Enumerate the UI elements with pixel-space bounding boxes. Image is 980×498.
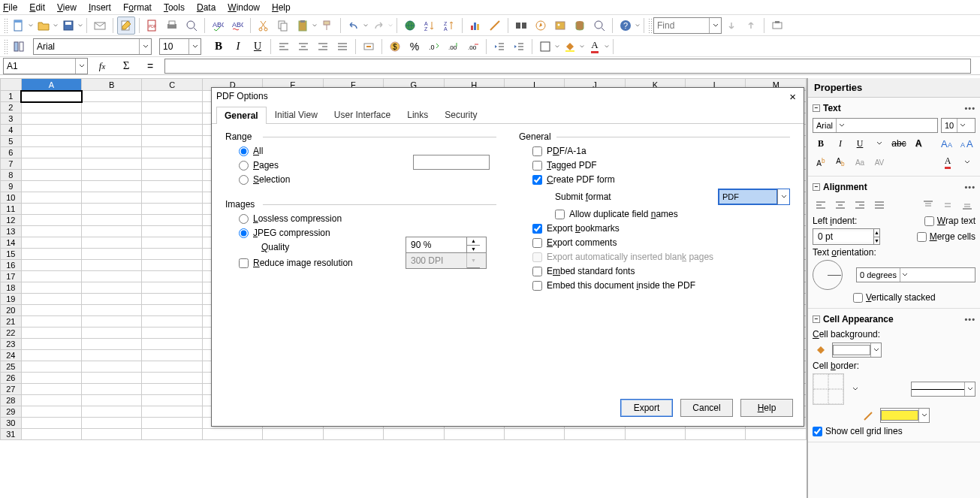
halign-right-icon[interactable] [852, 197, 868, 213]
cell[interactable] [21, 305, 81, 316]
menu-view[interactable]: View [51, 1, 83, 14]
draw-icon[interactable] [486, 17, 504, 35]
toolbar-grip-2[interactable] [647, 17, 652, 34]
cell[interactable] [21, 395, 81, 406]
cell[interactable] [21, 113, 81, 125]
col-header[interactable]: A [21, 79, 81, 91]
menu-data[interactable]: Data [191, 1, 222, 14]
paste-dropdown[interactable] [312, 17, 318, 35]
new-doc-dropdown[interactable] [28, 17, 34, 35]
bold-icon[interactable]: B [210, 38, 228, 56]
row-header[interactable]: 30 [1, 418, 22, 429]
border-preset-dd[interactable] [847, 381, 864, 397]
cell[interactable] [21, 373, 81, 384]
cell[interactable] [142, 327, 202, 339]
cell[interactable] [82, 170, 142, 181]
row-header[interactable]: 18 [1, 282, 22, 294]
submit-format-select[interactable]: PDF [718, 189, 790, 205]
cell[interactable] [82, 147, 142, 158]
underline-icon[interactable]: U [249, 38, 267, 56]
col-header[interactable]: C [142, 79, 202, 91]
halign-center-icon[interactable] [832, 197, 849, 213]
cell[interactable] [142, 249, 202, 260]
panel-cellapp-collapse[interactable]: − [813, 315, 820, 323]
cell[interactable] [21, 384, 81, 395]
cell[interactable] [82, 384, 142, 395]
spellcheck-icon[interactable]: ABC [209, 17, 227, 35]
row-header[interactable]: 6 [1, 147, 22, 158]
find-box[interactable] [653, 17, 722, 34]
name-box-dropdown[interactable] [75, 59, 87, 74]
cell[interactable] [142, 429, 202, 440]
cell[interactable] [82, 136, 142, 147]
align-justify-icon[interactable] [333, 38, 351, 56]
row-header[interactable]: 16 [1, 260, 22, 271]
cell[interactable] [142, 406, 202, 418]
valign-top-icon[interactable] [920, 197, 936, 213]
zoom-icon[interactable] [590, 17, 608, 35]
cell[interactable] [21, 192, 81, 204]
row-header[interactable]: 1 [1, 91, 22, 102]
row-header[interactable]: 7 [1, 158, 22, 170]
cell[interactable] [142, 294, 202, 305]
name-box-input[interactable] [4, 59, 75, 73]
cell[interactable] [21, 361, 81, 373]
row-header[interactable]: 20 [1, 305, 22, 316]
cut-icon[interactable] [255, 17, 273, 35]
allow-dup-check[interactable]: Allow duplicate field names [555, 209, 790, 219]
cell[interactable] [82, 339, 142, 350]
undo-dropdown[interactable] [363, 17, 369, 35]
row-header[interactable]: 3 [1, 113, 22, 125]
bold-side-icon[interactable]: B [813, 135, 829, 152]
cell[interactable] [82, 271, 142, 282]
cell[interactable] [142, 339, 202, 350]
row-header[interactable]: 11 [1, 204, 22, 215]
cell[interactable] [21, 136, 81, 147]
cell[interactable] [82, 429, 142, 440]
cell[interactable] [82, 125, 142, 136]
align-right-icon[interactable] [314, 38, 332, 56]
cell[interactable] [21, 91, 81, 102]
tab-links[interactable]: Links [399, 106, 436, 123]
super-icon[interactable]: Ab [813, 154, 829, 171]
shadow-side-icon[interactable]: A [910, 135, 927, 152]
menu-window[interactable]: Window [222, 1, 266, 14]
cell[interactable] [142, 125, 202, 136]
tab-security[interactable]: Security [436, 106, 485, 123]
copy-icon[interactable] [274, 17, 292, 35]
cell[interactable] [746, 429, 807, 440]
panel-text-collapse[interactable]: − [813, 104, 820, 112]
cell[interactable] [142, 260, 202, 271]
row-header[interactable]: 8 [1, 170, 22, 181]
halign-just-icon[interactable] [871, 197, 888, 213]
export-comments-check[interactable]: Export comments [532, 237, 790, 248]
borders-dropdown[interactable] [554, 38, 560, 56]
cell[interactable] [142, 204, 202, 215]
cell[interactable] [82, 204, 142, 215]
cell[interactable] [82, 316, 142, 327]
borders-icon[interactable] [536, 38, 554, 56]
sort-asc-icon[interactable]: AZ [421, 17, 439, 35]
row-header[interactable]: 26 [1, 373, 22, 384]
cell[interactable] [142, 102, 202, 113]
embed-fonts-check[interactable]: Embed standard fonts [532, 266, 790, 276]
hyperlink-icon[interactable] [401, 17, 419, 35]
pages-input[interactable] [413, 155, 490, 170]
cell[interactable] [82, 249, 142, 260]
cell[interactable] [21, 215, 81, 226]
cell[interactable] [21, 249, 81, 260]
show-gridlines-check[interactable]: Show cell grid lines [813, 426, 903, 436]
font-name-side[interactable]: Arial [813, 118, 938, 133]
row-header[interactable]: 17 [1, 271, 22, 282]
shrink-font-icon[interactable]: AA [959, 135, 975, 152]
cell[interactable] [21, 204, 81, 215]
cell[interactable] [142, 350, 202, 361]
cell[interactable] [21, 125, 81, 136]
cell[interactable] [142, 282, 202, 294]
cell[interactable] [202, 429, 262, 440]
cell[interactable] [504, 429, 564, 440]
merge-cells-icon[interactable] [360, 38, 378, 56]
export-bookmarks-check[interactable]: Export bookmarks [532, 223, 790, 234]
name-box[interactable] [3, 58, 88, 74]
cell[interactable] [21, 226, 81, 237]
